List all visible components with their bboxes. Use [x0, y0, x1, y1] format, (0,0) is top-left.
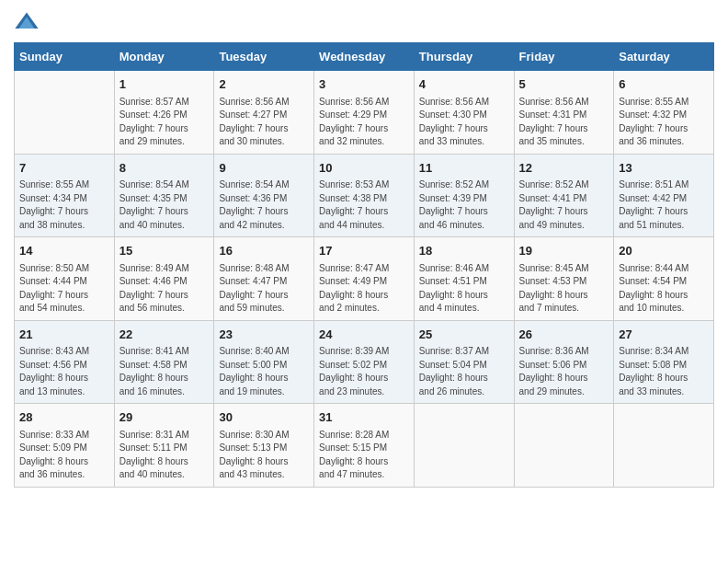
calendar-cell: 14Sunrise: 8:50 AMSunset: 4:44 PMDayligh…: [15, 237, 115, 321]
calendar-cell: 20Sunrise: 8:44 AMSunset: 4:54 PMDayligh…: [614, 237, 714, 321]
logo: [14, 9, 43, 35]
day-info: Sunrise: 8:37 AMSunset: 5:04 PMDaylight:…: [419, 345, 509, 398]
day-info: Sunrise: 8:47 AMSunset: 4:49 PMDaylight:…: [319, 262, 409, 316]
day-number: 6: [619, 75, 709, 94]
day-info: Sunrise: 8:55 AMSunset: 4:32 PMDaylight:…: [619, 96, 709, 149]
day-number: 17: [319, 242, 409, 260]
calendar-cell: 8Sunrise: 8:54 AMSunset: 4:35 PMDaylight…: [114, 154, 214, 237]
calendar-cell: 24Sunrise: 8:39 AMSunset: 5:02 PMDayligh…: [314, 320, 415, 404]
day-number: 20: [619, 242, 709, 260]
col-header-thursday: Thursday: [414, 43, 514, 71]
day-number: 7: [19, 159, 109, 178]
day-number: 27: [619, 326, 709, 344]
day-number: 13: [619, 159, 709, 178]
day-number: 14: [19, 242, 109, 260]
calendar-cell: 2Sunrise: 8:56 AMSunset: 4:27 PMDaylight…: [214, 71, 314, 155]
day-info: Sunrise: 8:33 AMSunset: 5:09 PMDaylight:…: [19, 429, 109, 482]
day-info: Sunrise: 8:43 AMSunset: 4:56 PMDaylight:…: [19, 345, 109, 398]
col-header-saturday: Saturday: [614, 43, 714, 71]
day-info: Sunrise: 8:52 AMSunset: 4:41 PMDaylight:…: [519, 178, 609, 232]
day-number: 8: [119, 159, 210, 178]
calendar-cell: 9Sunrise: 8:54 AMSunset: 4:36 PMDaylight…: [214, 154, 314, 237]
calendar-cell: [414, 404, 514, 488]
calendar-cell: 3Sunrise: 8:56 AMSunset: 4:29 PMDaylight…: [314, 71, 415, 155]
calendar-cell: 22Sunrise: 8:41 AMSunset: 4:58 PMDayligh…: [114, 320, 214, 404]
calendar-cell: 29Sunrise: 8:31 AMSunset: 5:11 PMDayligh…: [114, 404, 214, 488]
calendar-cell: 26Sunrise: 8:36 AMSunset: 5:06 PMDayligh…: [514, 320, 614, 404]
day-number: 29: [119, 408, 210, 427]
calendar-cell: 19Sunrise: 8:45 AMSunset: 4:53 PMDayligh…: [514, 237, 614, 321]
day-info: Sunrise: 8:48 AMSunset: 4:47 PMDaylight:…: [219, 262, 309, 316]
calendar-cell: 10Sunrise: 8:53 AMSunset: 4:38 PMDayligh…: [314, 154, 415, 237]
day-info: Sunrise: 8:41 AMSunset: 4:58 PMDaylight:…: [119, 345, 210, 398]
calendar-cell: 7Sunrise: 8:55 AMSunset: 4:34 PMDaylight…: [15, 154, 115, 237]
day-number: 15: [119, 242, 210, 260]
day-info: Sunrise: 8:46 AMSunset: 4:51 PMDaylight:…: [419, 262, 509, 316]
day-info: Sunrise: 8:50 AMSunset: 4:44 PMDaylight:…: [19, 262, 109, 316]
calendar-table: SundayMondayTuesdayWednesdayThursdayFrid…: [14, 42, 714, 488]
calendar-cell: 6Sunrise: 8:55 AMSunset: 4:32 PMDaylight…: [614, 71, 714, 155]
calendar-cell: [614, 404, 714, 488]
day-info: Sunrise: 8:40 AMSunset: 5:00 PMDaylight:…: [219, 345, 309, 398]
col-header-tuesday: Tuesday: [214, 43, 314, 71]
day-number: 3: [319, 75, 409, 94]
calendar-cell: 11Sunrise: 8:52 AMSunset: 4:39 PMDayligh…: [414, 154, 514, 237]
calendar-cell: 28Sunrise: 8:33 AMSunset: 5:09 PMDayligh…: [15, 404, 115, 488]
day-number: 11: [419, 159, 509, 178]
col-header-wednesday: Wednesday: [314, 43, 415, 71]
day-info: Sunrise: 8:44 AMSunset: 4:54 PMDaylight:…: [619, 262, 709, 316]
calendar-cell: [514, 404, 614, 488]
day-info: Sunrise: 8:39 AMSunset: 5:02 PMDaylight:…: [319, 345, 409, 398]
day-number: 18: [419, 242, 509, 260]
day-number: 22: [119, 326, 210, 344]
calendar-cell: 4Sunrise: 8:56 AMSunset: 4:30 PMDaylight…: [414, 71, 514, 155]
day-number: 9: [219, 159, 309, 178]
day-number: 10: [319, 159, 409, 178]
calendar-cell: 13Sunrise: 8:51 AMSunset: 4:42 PMDayligh…: [614, 154, 714, 237]
calendar-cell: 27Sunrise: 8:34 AMSunset: 5:08 PMDayligh…: [614, 320, 714, 404]
day-info: Sunrise: 8:57 AMSunset: 4:26 PMDaylight:…: [119, 96, 210, 149]
day-info: Sunrise: 8:51 AMSunset: 4:42 PMDaylight:…: [619, 178, 709, 232]
day-number: 21: [19, 326, 109, 344]
week-row-5: 28Sunrise: 8:33 AMSunset: 5:09 PMDayligh…: [15, 404, 714, 488]
calendar-cell: 21Sunrise: 8:43 AMSunset: 4:56 PMDayligh…: [15, 320, 115, 404]
day-number: 28: [19, 408, 109, 427]
day-number: 26: [519, 326, 609, 344]
calendar-cell: 17Sunrise: 8:47 AMSunset: 4:49 PMDayligh…: [314, 237, 415, 321]
calendar-cell: 23Sunrise: 8:40 AMSunset: 5:00 PMDayligh…: [214, 320, 314, 404]
day-info: Sunrise: 8:34 AMSunset: 5:08 PMDaylight:…: [619, 345, 709, 398]
page-header: [14, 9, 714, 35]
day-number: 31: [319, 408, 409, 427]
calendar-cell: 12Sunrise: 8:52 AMSunset: 4:41 PMDayligh…: [514, 154, 614, 237]
day-number: 1: [119, 75, 210, 94]
col-header-friday: Friday: [514, 43, 614, 71]
day-info: Sunrise: 8:56 AMSunset: 4:31 PMDaylight:…: [519, 96, 609, 149]
day-info: Sunrise: 8:30 AMSunset: 5:13 PMDaylight:…: [219, 429, 309, 482]
day-number: 25: [419, 326, 509, 344]
logo-icon: [14, 9, 40, 35]
week-row-1: 1Sunrise: 8:57 AMSunset: 4:26 PMDaylight…: [15, 71, 714, 155]
calendar-cell: [15, 71, 115, 155]
day-number: 23: [219, 326, 309, 344]
calendar-cell: 18Sunrise: 8:46 AMSunset: 4:51 PMDayligh…: [414, 237, 514, 321]
day-info: Sunrise: 8:56 AMSunset: 4:27 PMDaylight:…: [219, 96, 309, 149]
day-number: 5: [519, 75, 609, 94]
week-row-2: 7Sunrise: 8:55 AMSunset: 4:34 PMDaylight…: [15, 154, 714, 237]
day-info: Sunrise: 8:52 AMSunset: 4:39 PMDaylight:…: [419, 178, 509, 232]
day-number: 24: [319, 326, 409, 344]
day-number: 30: [219, 408, 309, 427]
col-header-sunday: Sunday: [15, 43, 115, 71]
calendar-cell: 1Sunrise: 8:57 AMSunset: 4:26 PMDaylight…: [114, 71, 214, 155]
day-info: Sunrise: 8:45 AMSunset: 4:53 PMDaylight:…: [519, 262, 609, 316]
day-info: Sunrise: 8:54 AMSunset: 4:35 PMDaylight:…: [119, 178, 210, 232]
calendar-cell: 25Sunrise: 8:37 AMSunset: 5:04 PMDayligh…: [414, 320, 514, 404]
day-number: 2: [219, 75, 309, 94]
day-info: Sunrise: 8:54 AMSunset: 4:36 PMDaylight:…: [219, 178, 309, 232]
day-info: Sunrise: 8:56 AMSunset: 4:29 PMDaylight:…: [319, 96, 409, 149]
day-info: Sunrise: 8:56 AMSunset: 4:30 PMDaylight:…: [419, 96, 509, 149]
calendar-cell: 30Sunrise: 8:30 AMSunset: 5:13 PMDayligh…: [214, 404, 314, 488]
day-info: Sunrise: 8:55 AMSunset: 4:34 PMDaylight:…: [19, 178, 109, 232]
day-number: 12: [519, 159, 609, 178]
week-row-4: 21Sunrise: 8:43 AMSunset: 4:56 PMDayligh…: [15, 320, 714, 404]
col-header-monday: Monday: [114, 43, 214, 71]
